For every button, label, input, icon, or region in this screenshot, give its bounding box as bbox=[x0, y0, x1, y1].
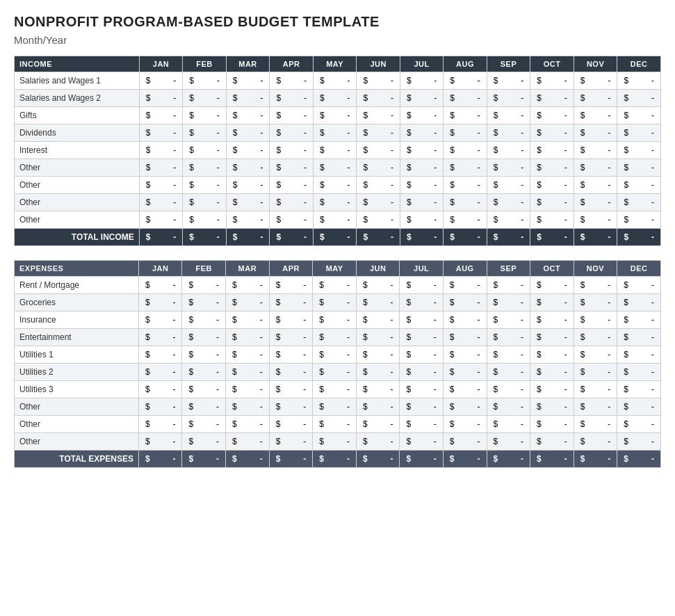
expense-cell[interactable]: $- bbox=[313, 398, 357, 416]
income-cell[interactable]: $- bbox=[400, 90, 443, 107]
income-cell[interactable]: $- bbox=[313, 159, 357, 177]
income-cell[interactable]: $- bbox=[270, 72, 314, 90]
expense-cell[interactable]: $- bbox=[617, 398, 661, 416]
expense-cell[interactable]: $- bbox=[313, 277, 357, 294]
expense-cell[interactable]: $- bbox=[617, 277, 661, 294]
income-cell[interactable]: $- bbox=[444, 72, 487, 90]
expense-cell[interactable]: $- bbox=[225, 416, 269, 433]
expense-cell[interactable]: $- bbox=[530, 277, 574, 294]
expense-cell[interactable]: $- bbox=[356, 433, 399, 451]
expense-cell[interactable]: $- bbox=[443, 294, 487, 311]
expense-cell[interactable]: $- bbox=[617, 311, 661, 329]
expense-cell[interactable]: $- bbox=[182, 277, 225, 294]
income-cell[interactable]: $- bbox=[357, 159, 400, 177]
income-cell[interactable]: $- bbox=[444, 90, 487, 107]
income-cell[interactable]: $- bbox=[617, 142, 661, 159]
expense-cell[interactable]: $- bbox=[487, 416, 530, 433]
expense-cell[interactable]: $- bbox=[574, 398, 617, 416]
expense-cell[interactable]: $- bbox=[574, 346, 617, 364]
income-cell[interactable]: $- bbox=[226, 142, 270, 159]
expense-cell[interactable]: $- bbox=[139, 346, 182, 364]
income-cell[interactable]: $- bbox=[617, 107, 661, 124]
expense-cell[interactable]: $- bbox=[356, 294, 399, 311]
income-cell[interactable]: $- bbox=[357, 142, 400, 159]
expense-cell[interactable]: $- bbox=[182, 381, 225, 398]
expense-cell[interactable]: $- bbox=[574, 329, 617, 346]
expense-cell[interactable]: $- bbox=[313, 381, 357, 398]
expense-cell[interactable]: $- bbox=[574, 381, 617, 398]
income-cell[interactable]: $- bbox=[313, 194, 357, 211]
income-cell[interactable]: $- bbox=[530, 72, 574, 90]
expense-cell[interactable]: $- bbox=[487, 433, 530, 451]
expense-cell[interactable]: $- bbox=[487, 346, 530, 364]
expense-cell[interactable]: $- bbox=[313, 346, 357, 364]
income-cell[interactable]: $- bbox=[444, 159, 487, 177]
expense-cell[interactable]: $- bbox=[487, 398, 530, 416]
income-cell[interactable]: $- bbox=[270, 159, 314, 177]
expense-cell[interactable]: $- bbox=[269, 364, 313, 381]
expense-cell[interactable]: $- bbox=[225, 346, 269, 364]
expense-cell[interactable]: $- bbox=[313, 294, 357, 311]
expense-cell[interactable]: $- bbox=[530, 311, 574, 329]
expense-cell[interactable]: $- bbox=[574, 311, 617, 329]
income-cell[interactable]: $- bbox=[313, 90, 357, 107]
income-cell[interactable]: $- bbox=[400, 72, 443, 90]
expense-cell[interactable]: $- bbox=[443, 416, 487, 433]
income-cell[interactable]: $- bbox=[313, 72, 357, 90]
income-cell[interactable]: $- bbox=[574, 194, 617, 211]
income-cell[interactable]: $- bbox=[270, 177, 314, 194]
income-cell[interactable]: $- bbox=[444, 211, 487, 229]
expense-cell[interactable]: $- bbox=[269, 398, 313, 416]
expense-cell[interactable]: $- bbox=[443, 433, 487, 451]
income-cell[interactable]: $- bbox=[400, 142, 443, 159]
expense-cell[interactable]: $- bbox=[443, 329, 487, 346]
expense-cell[interactable]: $- bbox=[139, 364, 182, 381]
income-cell[interactable]: $- bbox=[226, 124, 270, 142]
income-cell[interactable]: $- bbox=[270, 90, 314, 107]
expense-cell[interactable]: $- bbox=[443, 346, 487, 364]
income-cell[interactable]: $- bbox=[313, 211, 357, 229]
expense-cell[interactable]: $- bbox=[313, 364, 357, 381]
income-cell[interactable]: $- bbox=[183, 107, 226, 124]
expense-cell[interactable]: $- bbox=[530, 364, 574, 381]
expense-cell[interactable]: $- bbox=[487, 277, 530, 294]
income-cell[interactable]: $- bbox=[313, 124, 357, 142]
expense-cell[interactable]: $- bbox=[182, 433, 225, 451]
expense-cell[interactable]: $- bbox=[182, 364, 225, 381]
income-cell[interactable]: $- bbox=[313, 142, 357, 159]
expense-cell[interactable]: $- bbox=[487, 311, 530, 329]
income-cell[interactable]: $- bbox=[574, 72, 617, 90]
income-cell[interactable]: $- bbox=[183, 90, 226, 107]
income-cell[interactable]: $- bbox=[270, 211, 314, 229]
expense-cell[interactable]: $- bbox=[269, 381, 313, 398]
income-cell[interactable]: $- bbox=[139, 90, 182, 107]
income-cell[interactable]: $- bbox=[444, 124, 487, 142]
expense-cell[interactable]: $- bbox=[225, 311, 269, 329]
expense-cell[interactable]: $- bbox=[530, 381, 574, 398]
expense-cell[interactable]: $- bbox=[487, 364, 530, 381]
income-cell[interactable]: $- bbox=[183, 142, 226, 159]
expense-cell[interactable]: $- bbox=[182, 346, 225, 364]
income-cell[interactable]: $- bbox=[270, 124, 314, 142]
income-cell[interactable]: $- bbox=[530, 107, 574, 124]
expense-cell[interactable]: $- bbox=[400, 381, 443, 398]
expense-cell[interactable]: $- bbox=[617, 433, 661, 451]
income-cell[interactable]: $- bbox=[617, 72, 661, 90]
income-cell[interactable]: $- bbox=[400, 177, 443, 194]
income-cell[interactable]: $- bbox=[226, 177, 270, 194]
income-cell[interactable]: $- bbox=[574, 159, 617, 177]
expense-cell[interactable]: $- bbox=[443, 277, 487, 294]
income-cell[interactable]: $- bbox=[530, 124, 574, 142]
expense-cell[interactable]: $- bbox=[574, 294, 617, 311]
income-cell[interactable]: $- bbox=[139, 124, 182, 142]
expense-cell[interactable]: $- bbox=[313, 311, 357, 329]
income-cell[interactable]: $- bbox=[183, 177, 226, 194]
income-cell[interactable]: $- bbox=[617, 90, 661, 107]
income-cell[interactable]: $- bbox=[357, 107, 400, 124]
expense-cell[interactable]: $- bbox=[574, 433, 617, 451]
income-cell[interactable]: $- bbox=[530, 159, 574, 177]
income-cell[interactable]: $- bbox=[270, 142, 314, 159]
expense-cell[interactable]: $- bbox=[356, 416, 399, 433]
expense-cell[interactable]: $- bbox=[530, 294, 574, 311]
income-cell[interactable]: $- bbox=[270, 107, 314, 124]
